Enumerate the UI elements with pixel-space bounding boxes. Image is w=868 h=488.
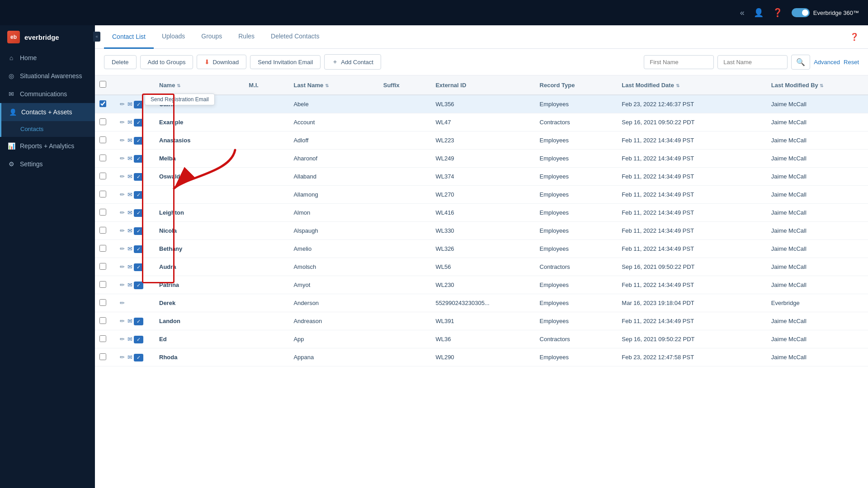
tab-contact-list[interactable]: Contact List bbox=[104, 26, 154, 49]
edit-button[interactable]: ✏ bbox=[118, 244, 126, 253]
row-checkbox[interactable] bbox=[99, 191, 106, 197]
add-contact-button[interactable]: ＋ Add Contact bbox=[324, 54, 381, 70]
suffix-cell bbox=[379, 294, 431, 312]
mail-button[interactable]: ✉ bbox=[126, 154, 134, 163]
record-type-cell: Employees bbox=[535, 294, 618, 312]
registration-button[interactable]: ✓ bbox=[134, 354, 143, 361]
registration-button[interactable]: ✓ bbox=[134, 245, 143, 253]
edit-button[interactable]: ✏ bbox=[118, 335, 126, 343]
tab-uploads[interactable]: Uploads bbox=[154, 25, 193, 48]
mail-button[interactable]: ✉ bbox=[126, 208, 134, 217]
edit-button[interactable]: ✏ bbox=[118, 208, 126, 217]
row-checkbox[interactable] bbox=[99, 155, 106, 161]
edit-button[interactable]: ✏ bbox=[118, 281, 126, 289]
registration-button[interactable]: ✓ bbox=[134, 173, 143, 181]
row-checkbox[interactable] bbox=[99, 317, 106, 324]
row-checkbox[interactable] bbox=[99, 299, 106, 306]
mail-button[interactable]: ✉ bbox=[126, 263, 134, 271]
last-name-header[interactable]: Last Name ⇅ bbox=[289, 75, 378, 95]
mail-button[interactable]: ✉ bbox=[126, 317, 134, 325]
registration-button[interactable]: ✓ bbox=[134, 336, 143, 343]
user-icon[interactable]: 👤 bbox=[754, 8, 764, 18]
mod-by-cell: Jaime McCall bbox=[767, 95, 868, 113]
first-name-header[interactable]: Name ⇅ bbox=[155, 75, 244, 95]
sidebar-item-communications[interactable]: ✉ Communications bbox=[0, 85, 95, 103]
row-checkbox[interactable] bbox=[99, 245, 106, 252]
mail-button[interactable]: ✉ bbox=[126, 190, 134, 199]
row-checkbox[interactable] bbox=[99, 100, 106, 107]
everbridge-toggle[interactable]: Everbridge 360™ bbox=[792, 8, 859, 17]
row-checkbox[interactable] bbox=[99, 118, 106, 125]
first-name-cell: Landon bbox=[155, 312, 244, 330]
mail-button[interactable]: ✉ bbox=[126, 335, 134, 343]
last-name-cell: Aharonof bbox=[289, 150, 378, 168]
row-checkbox[interactable] bbox=[99, 263, 106, 270]
registration-button[interactable]: ✓ bbox=[134, 227, 143, 235]
sidebar-collapse-button[interactable]: « bbox=[93, 32, 100, 42]
edit-button[interactable]: ✏ bbox=[118, 263, 126, 271]
search-firstname-input[interactable] bbox=[644, 55, 714, 69]
tab-rules[interactable]: Rules bbox=[230, 25, 263, 48]
edit-button[interactable]: ✏ bbox=[118, 226, 126, 235]
reset-link[interactable]: Reset bbox=[844, 59, 859, 66]
edit-button[interactable]: ✏ bbox=[118, 154, 126, 163]
mail-button[interactable]: ✉ bbox=[126, 281, 134, 289]
sidebar-item-contacts-assets[interactable]: 👤 Contacts + Assets bbox=[0, 103, 95, 121]
edit-button[interactable]: ✏ bbox=[118, 353, 126, 361]
registration-button[interactable]: ✓ bbox=[134, 318, 143, 325]
add-to-groups-button[interactable]: Add to Groups bbox=[140, 55, 193, 69]
registration-button[interactable]: ✓ bbox=[134, 155, 143, 163]
sidebar-item-reports-analytics[interactable]: 📊 Reports + Analytics bbox=[0, 137, 95, 155]
first-name-cell: Example bbox=[155, 113, 244, 131]
mi-cell bbox=[244, 240, 289, 258]
delete-button[interactable]: Delete bbox=[104, 55, 137, 69]
registration-button[interactable]: ✓ bbox=[134, 101, 143, 108]
download-button[interactable]: ⬇ Download bbox=[197, 55, 246, 69]
mail-button[interactable]: ✉ bbox=[126, 244, 134, 253]
edit-button[interactable]: ✏ bbox=[118, 136, 126, 145]
row-checkbox[interactable] bbox=[99, 335, 106, 342]
mail-button[interactable]: ✉ bbox=[126, 353, 134, 361]
mail-button[interactable]: ✉ bbox=[126, 172, 134, 181]
tab-help-icon[interactable]: ❓ bbox=[850, 33, 859, 41]
mail-button[interactable]: ✉ bbox=[126, 100, 134, 108]
row-checkbox[interactable] bbox=[99, 353, 106, 360]
registration-button[interactable]: ✓ bbox=[134, 209, 143, 217]
suffix-cell bbox=[379, 168, 431, 186]
mail-button[interactable]: ✉ bbox=[126, 136, 134, 145]
edit-button[interactable]: ✏ bbox=[118, 100, 126, 108]
row-checkbox[interactable] bbox=[99, 173, 106, 179]
sidebar-item-contacts[interactable]: Contacts bbox=[0, 121, 95, 137]
select-all-checkbox[interactable] bbox=[99, 81, 106, 88]
edit-button[interactable]: ✏ bbox=[118, 299, 126, 307]
row-checkbox[interactable] bbox=[99, 227, 106, 234]
sidebar-item-settings[interactable]: ⚙ Settings bbox=[0, 155, 95, 173]
registration-button[interactable]: ✓ bbox=[134, 137, 143, 145]
search-button[interactable]: 🔍 bbox=[791, 55, 810, 70]
advanced-link[interactable]: Advanced bbox=[814, 59, 840, 66]
select-all-checkbox-header[interactable] bbox=[95, 75, 114, 95]
mail-button[interactable]: ✉ bbox=[126, 118, 134, 127]
edit-button[interactable]: ✏ bbox=[118, 317, 126, 325]
registration-button[interactable]: ✓ bbox=[134, 263, 143, 271]
edit-button[interactable]: ✏ bbox=[118, 190, 126, 199]
row-checkbox[interactable] bbox=[99, 281, 106, 288]
tab-deleted-contacts[interactable]: Deleted Contacts bbox=[263, 25, 327, 48]
row-checkbox[interactable] bbox=[99, 209, 106, 216]
registration-button[interactable]: ✓ bbox=[134, 282, 143, 289]
collapse-icon[interactable]: « bbox=[740, 8, 745, 18]
help-icon[interactable]: ❓ bbox=[773, 8, 783, 18]
registration-button[interactable]: ✓ bbox=[134, 119, 143, 127]
sidebar-item-home[interactable]: ⌂ Home bbox=[0, 49, 95, 67]
registration-button[interactable]: ✓ bbox=[134, 191, 143, 199]
sidebar-item-situational-awareness[interactable]: ◎ Situational Awareness bbox=[0, 67, 95, 85]
tab-groups[interactable]: Groups bbox=[193, 25, 230, 48]
last-modified-date-header[interactable]: Last Modified Date ⇅ bbox=[617, 75, 766, 95]
edit-button[interactable]: ✏ bbox=[118, 172, 126, 181]
row-checkbox[interactable] bbox=[99, 136, 106, 143]
last-modified-by-header[interactable]: Last Modified By ⇅ bbox=[767, 75, 868, 95]
mail-button[interactable]: ✉ bbox=[126, 226, 134, 235]
search-lastname-input[interactable] bbox=[717, 55, 788, 69]
send-invitation-button[interactable]: Send Invitation Email bbox=[250, 55, 321, 69]
edit-button[interactable]: ✏ bbox=[118, 118, 126, 127]
